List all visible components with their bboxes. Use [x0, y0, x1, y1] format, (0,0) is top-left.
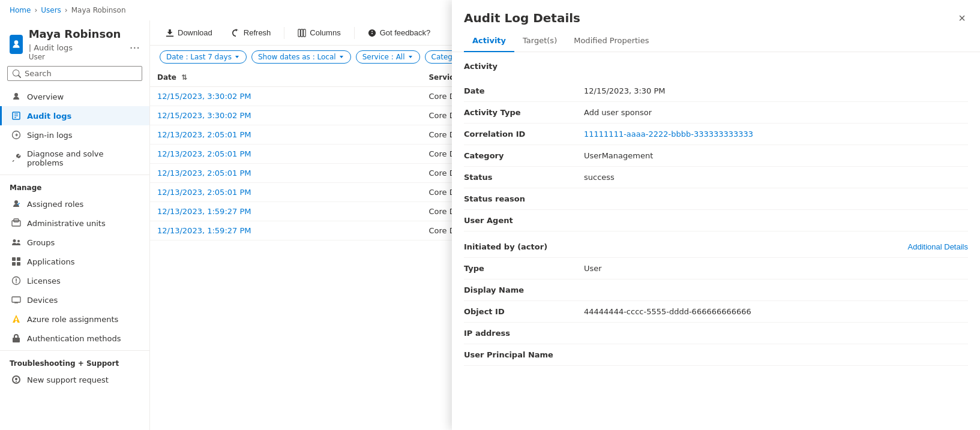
detail-row: Activity Type Add user sponsor [464, 102, 968, 124]
auth-icon [11, 333, 21, 343]
download-button[interactable]: Download [160, 25, 218, 40]
detail-value: success [584, 173, 968, 182]
devices-icon [11, 295, 21, 305]
cell-date[interactable]: 12/15/2023, 3:30:02 PM [150, 106, 421, 125]
nav-new-support[interactable]: New support request [0, 370, 149, 389]
cell-date[interactable]: 12/13/2023, 2:05:01 PM [150, 125, 421, 145]
support-icon [11, 375, 21, 384]
breadcrumb-home[interactable]: Home [10, 6, 31, 14]
nav-diagnose[interactable]: Diagnose and solve problems [0, 145, 149, 172]
troubleshoot-section-label: Troubleshooting + Support [0, 350, 149, 370]
svg-rect-7 [12, 257, 16, 261]
search-icon [13, 70, 21, 78]
chevron-down-icon [407, 54, 413, 60]
download-icon [166, 29, 174, 37]
refresh-icon [232, 29, 240, 37]
svg-rect-10 [17, 262, 20, 266]
svg-rect-9 [12, 262, 16, 266]
filter-date[interactable]: Date : Last 7 days [160, 50, 247, 64]
panel-details: Date 12/15/2023, 3:30 PM Activity Type A… [464, 80, 968, 231]
detail-value: 12/15/2023, 3:30 PM [584, 86, 968, 95]
apps-icon [11, 257, 21, 266]
cell-date[interactable]: 12/13/2023, 2:05:01 PM [150, 183, 421, 202]
user-avatar-icon [10, 35, 23, 54]
feedback-button[interactable]: Got feedback? [362, 25, 437, 40]
actor-details: Type User Display Name Object ID 4444444… [464, 258, 968, 366]
toolbar-divider [284, 27, 284, 39]
nav-assigned-roles[interactable]: Assigned roles [0, 194, 149, 214]
nav-admin-units[interactable]: Administrative units [0, 214, 149, 233]
cell-date[interactable]: 12/13/2023, 2:05:01 PM [150, 145, 421, 164]
detail-row: Status success [464, 167, 968, 188]
detail-row: Correlation ID 11111111-aaaa-2222-bbbb-3… [464, 124, 968, 145]
detail-row: Category UserManagement [464, 145, 968, 167]
nav-audit-logs[interactable]: Audit logs [0, 106, 149, 125]
detail-label: Status reason [464, 194, 584, 203]
actor-detail-label: Type [464, 264, 584, 273]
groups-icon [11, 237, 21, 247]
detail-row: User Agent [464, 210, 968, 231]
filter-service[interactable]: Service : All [356, 50, 420, 64]
refresh-button[interactable]: Refresh [226, 25, 277, 40]
search-placeholder: Search [25, 69, 52, 78]
tab-activity[interactable]: Activity [464, 31, 514, 52]
detail-label: Status [464, 173, 584, 182]
cell-date[interactable]: 12/13/2023, 1:59:27 PM [150, 221, 421, 240]
actor-detail-label: Display Name [464, 285, 584, 294]
license-icon [11, 276, 21, 285]
sidebar: Maya Robinson | Audit logs User ... Sear… [0, 20, 150, 430]
actor-detail-value: User [584, 264, 968, 273]
actor-detail-row: Type User [464, 258, 968, 279]
svg-rect-15 [298, 29, 301, 36]
search-box[interactable]: Search [7, 66, 142, 81]
breadcrumb-users[interactable]: Users [41, 6, 61, 14]
columns-icon [298, 29, 306, 37]
activity-section-title: Activity [464, 62, 968, 73]
toolbar-divider-2 [354, 27, 355, 39]
initiated-by-label: Initiated by (actor) [464, 242, 584, 251]
nav-overview[interactable]: Overview [0, 87, 149, 106]
tab-targets[interactable]: Target(s) [514, 31, 565, 52]
sort-icon-date: ⇅ [181, 73, 187, 82]
svg-rect-12 [12, 297, 20, 302]
azure-icon [11, 314, 21, 324]
detail-value: UserManagement [584, 151, 968, 160]
actor-detail-row: IP address [464, 323, 968, 344]
nav-applications[interactable]: Applications [0, 252, 149, 271]
additional-details-button[interactable]: Additional Details [908, 242, 968, 251]
actor-detail-row: Object ID 44444444-cccc-5555-dddd-666666… [464, 301, 968, 323]
detail-label: Date [464, 86, 584, 95]
filter-dates-as[interactable]: Show dates as : Local [251, 50, 351, 64]
more-options-button[interactable]: ... [130, 38, 140, 51]
cell-date[interactable]: 12/13/2023, 2:05:01 PM [150, 164, 421, 183]
tab-modified-properties[interactable]: Modified Properties [565, 31, 657, 52]
detail-label: User Agent [464, 216, 584, 225]
columns-button[interactable]: Columns [292, 25, 346, 40]
detail-value: Add user sponsor [584, 108, 968, 117]
cell-date[interactable]: 12/13/2023, 1:59:27 PM [150, 202, 421, 221]
nav-signin-logs[interactable]: Sign-in logs [0, 125, 149, 145]
cell-date[interactable]: 12/15/2023, 3:30:02 PM [150, 87, 421, 106]
actor-detail-label: IP address [464, 329, 584, 338]
nav-azure-roles[interactable]: Azure role assignments [0, 309, 149, 329]
panel-title: Audit Log Details [464, 11, 580, 25]
sidebar-header: Maya Robinson | Audit logs User ... [0, 20, 149, 66]
svg-rect-16 [301, 29, 304, 36]
page-subtitle: User [29, 53, 124, 61]
detail-label: Correlation ID [464, 130, 584, 139]
admin-icon [11, 218, 21, 228]
signin-icon [11, 130, 21, 140]
detail-row: Date 12/15/2023, 3:30 PM [464, 80, 968, 102]
col-date[interactable]: Date ⇅ [150, 68, 421, 87]
panel-close-button[interactable]: × [956, 10, 968, 26]
panel-body: Activity Date 12/15/2023, 3:30 PM Activi… [452, 52, 980, 430]
detail-value[interactable]: 11111111-aaaa-2222-bbbb-333333333333 [584, 130, 968, 139]
nav-auth-methods[interactable]: Authentication methods [0, 329, 149, 348]
nav-devices[interactable]: Devices [0, 290, 149, 309]
nav-licenses[interactable]: Licenses [0, 271, 149, 290]
breadcrumb-current: Maya Robinson [71, 6, 126, 14]
feedback-icon [368, 29, 376, 37]
nav-groups[interactable]: Groups [0, 233, 149, 252]
audit-log-details-panel: Audit Log Details × Activity Target(s) M… [452, 0, 980, 430]
wrench-icon [11, 154, 21, 163]
